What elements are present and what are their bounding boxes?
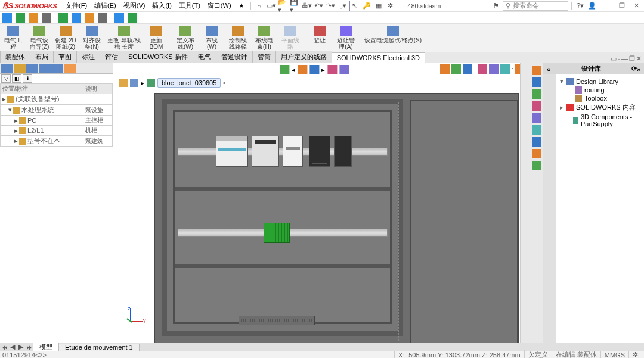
qbtn-8[interactable]: [98, 13, 107, 23]
mdi-button[interactable]: ▫: [618, 55, 620, 63]
rbtn-align[interactable]: 对齐设 备(N): [80, 25, 104, 51]
cabinet-model[interactable]: [154, 93, 519, 343]
undo-icon[interactable]: ↶▾: [314, 1, 324, 11]
graphics-scrollbar[interactable]: [520, 63, 530, 343]
menu-insert[interactable]: 插入(I): [149, 1, 174, 10]
mdi-min-button[interactable]: —: [621, 55, 628, 63]
flag-icon[interactable]: ⚑: [491, 1, 501, 11]
col-description[interactable]: 说明: [83, 84, 112, 94]
menu-view[interactable]: 视图(V): [120, 1, 148, 10]
fm-tab-2[interactable]: [14, 64, 26, 73]
view-icon[interactable]: [280, 65, 289, 74]
menu-edit[interactable]: 编辑(E): [91, 1, 119, 10]
tab-tubing[interactable]: 管筒: [252, 51, 276, 63]
settings-icon[interactable]: ✲: [385, 1, 396, 11]
qbtn-4[interactable]: [42, 13, 51, 23]
graphics-area[interactable]: ◂ ▸ ▸ bloc_jonct_039605 ▫ · ·: [113, 63, 530, 343]
tab-sw-electrical-3d[interactable]: SOLIDWORKS Electrical 3D: [332, 52, 425, 63]
grid-icon[interactable]: ▦: [373, 1, 384, 11]
refresh-icon[interactable]: ⟳: [631, 65, 637, 73]
tab-nav-first[interactable]: ⏮: [0, 344, 8, 351]
tab-sketch[interactable]: 草图: [53, 51, 77, 63]
qbtn-10[interactable]: [128, 13, 137, 23]
qbtn-3[interactable]: [29, 13, 38, 23]
status-units[interactable]: MMGS: [600, 351, 628, 359]
breadcrumb-item[interactable]: bloc_jonct_039605: [157, 78, 221, 88]
rbtn-avoid-mgr[interactable]: 避让管 理(A): [334, 25, 358, 51]
device-module[interactable]: [334, 136, 352, 167]
qbtn-6[interactable]: [72, 13, 81, 23]
view-icon[interactable]: [327, 65, 337, 74]
design-library-tree[interactable]: ▾Design Library routing Toolbox ▸SOLIDWO…: [556, 74, 644, 343]
redo-icon[interactable]: ↷▾: [326, 1, 336, 11]
device-contactor[interactable]: [252, 136, 279, 167]
qbtn-9[interactable]: [114, 13, 124, 23]
tab-electrical[interactable]: 电气: [193, 51, 216, 63]
view-icon[interactable]: [309, 65, 319, 74]
feature-tree-grid[interactable]: 位置/标注说明 ▸(关联设备型号) ▾水处理系统泵设施 ▸PC主控柜 ▸L2/L…: [0, 83, 113, 343]
help-icon[interactable]: ?▾: [575, 1, 586, 11]
rbtn-avoid[interactable]: 避让: [308, 25, 332, 44]
rbtn-change-rail[interactable]: 更改 导轨/线 槽 长度: [106, 25, 142, 51]
cursor-icon[interactable]: ↖: [349, 1, 360, 11]
tab-assembly[interactable]: 装配体: [0, 51, 30, 63]
open-icon[interactable]: 📂▾: [278, 1, 289, 11]
mdi-max-button[interactable]: ❐: [629, 55, 635, 63]
taskpane-tab[interactable]: [532, 149, 541, 158]
qbtn-1[interactable]: [2, 13, 12, 23]
hud-icon[interactable]: [440, 64, 450, 74]
device-module[interactable]: [309, 136, 330, 167]
select-icon[interactable]: ▯▾: [338, 1, 348, 11]
min-button[interactable]: —: [602, 1, 613, 11]
rbtn-flat-route[interactable]: 平面线 路: [278, 25, 302, 51]
tab-nav-next[interactable]: ▶: [17, 343, 25, 351]
close-button[interactable]: ✕: [631, 1, 642, 11]
col-location[interactable]: 位置/标注: [1, 84, 83, 94]
menu-window[interactable]: 窗口(W): [205, 1, 234, 10]
crumb-icon[interactable]: [119, 79, 128, 87]
hud-icon[interactable]: [451, 64, 461, 74]
mdi-close-button[interactable]: ✕: [636, 55, 642, 63]
rbtn-cable-ends[interactable]: 设置电缆起点/终点(S): [360, 25, 426, 44]
tab-nav-last[interactable]: ⏭: [25, 344, 33, 351]
fm-tab-5[interactable]: [51, 64, 63, 73]
rbtn-define-route[interactable]: 定义布 线(W): [174, 25, 197, 51]
taskpane-tab[interactable]: [532, 89, 541, 99]
menu-file[interactable]: 文件(F): [63, 1, 90, 10]
crumb-icon[interactable]: [147, 79, 155, 87]
qbtn-2[interactable]: [16, 13, 25, 23]
save-icon[interactable]: 💾▾: [290, 1, 301, 11]
rbtn-draw-path[interactable]: 绘制线 线路径: [226, 25, 250, 51]
rbtn-harness[interactable]: 布线电 束(H): [252, 25, 276, 51]
qbtn-5[interactable]: [58, 13, 68, 23]
mdi-button[interactable]: ▭: [611, 55, 617, 63]
taskpane-tab[interactable]: [532, 161, 541, 170]
filter-icon[interactable]: ▽: [1, 74, 11, 83]
restore-button[interactable]: ❐: [617, 1, 627, 11]
taskpane-tab[interactable]: [532, 101, 541, 111]
menu-star-icon[interactable]: ★: [236, 2, 247, 10]
menu-tools[interactable]: 工具(T): [176, 1, 203, 10]
rbtn-elec-wizard[interactable]: 电气设 向导(Z): [27, 25, 51, 51]
pin-icon[interactable]: 🔑: [361, 1, 372, 11]
hud-icon[interactable]: [489, 64, 499, 74]
device-module[interactable]: [283, 136, 303, 167]
fm-tab-4[interactable]: [39, 64, 51, 73]
print-icon[interactable]: 🖶▾: [302, 1, 312, 11]
qbtn-7[interactable]: [85, 13, 94, 23]
taskpane-tab[interactable]: [532, 66, 541, 75]
user-icon[interactable]: 👤: [587, 1, 597, 11]
hud-icon[interactable]: [463, 64, 472, 74]
filter-btn-2[interactable]: ◧: [12, 74, 21, 83]
tab-addins[interactable]: SOLIDWORKS 插件: [123, 51, 193, 63]
view-icon[interactable]: [339, 65, 349, 74]
tab-piping[interactable]: 管道设计: [216, 51, 253, 63]
taskpane-tab[interactable]: [532, 137, 541, 147]
taskpane-tab[interactable]: [532, 125, 541, 135]
tab-userroute[interactable]: 用户定义的线路: [275, 51, 332, 63]
tab-evaluate[interactable]: 评估: [100, 51, 123, 63]
tab-annotate[interactable]: 标注: [76, 51, 100, 63]
hud-icon[interactable]: [500, 64, 510, 74]
taskpane-tab[interactable]: [532, 77, 541, 87]
terminal-block[interactable]: [264, 223, 290, 243]
